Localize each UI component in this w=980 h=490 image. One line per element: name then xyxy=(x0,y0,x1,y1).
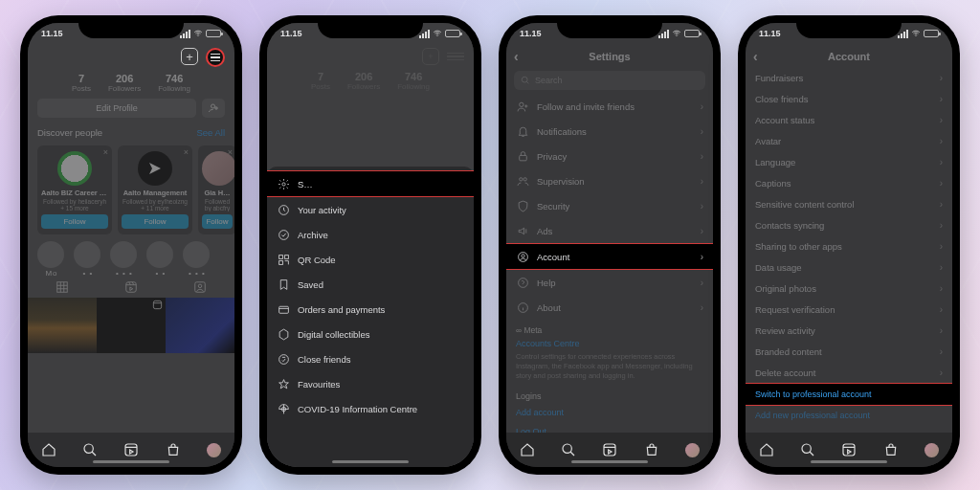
account-item[interactable]: Contacts syncing› xyxy=(746,214,952,235)
settings-item[interactable]: Ads› xyxy=(506,218,713,243)
account-item[interactable]: Account status› xyxy=(746,109,952,130)
highlight[interactable]: • • xyxy=(74,241,102,274)
chevron-right-icon: › xyxy=(701,252,703,262)
account-label: Captions xyxy=(755,178,791,189)
suggestion-card[interactable]: ×Aalto ManagementFollowed by ey!heoizng … xyxy=(118,145,192,234)
menu-item[interactable]: QR Code xyxy=(267,247,474,272)
account-item[interactable]: Original photos› xyxy=(746,278,952,299)
shop-icon[interactable] xyxy=(166,442,181,457)
account-item[interactable]: Sensitive content control› xyxy=(746,193,952,214)
discover-people-button[interactable] xyxy=(202,99,225,118)
settings-item[interactable]: Supervision› xyxy=(506,168,713,193)
reels-nav-icon[interactable] xyxy=(841,442,857,457)
reels-nav-icon[interactable] xyxy=(602,442,617,457)
account-item[interactable]: Request verification› xyxy=(746,299,952,320)
add-account-link[interactable]: Add account xyxy=(506,403,713,422)
close-icon[interactable]: × xyxy=(103,147,108,157)
suggestion-card[interactable]: ×Gia H…Followed by abcfry 14.7kFollow xyxy=(198,145,234,234)
search-icon[interactable] xyxy=(800,442,815,457)
accounts-centre-link[interactable]: Accounts Centre xyxy=(516,338,703,349)
menu-item[interactable]: Orders and payments xyxy=(267,297,474,322)
back-button[interactable]: ‹ xyxy=(753,49,758,64)
follow-button[interactable]: Follow xyxy=(202,214,233,229)
account-item[interactable]: Avatar› xyxy=(746,130,952,151)
menu-item[interactable]: Digital collectibles xyxy=(267,322,474,346)
settings-item[interactable]: Follow and invite friends› xyxy=(506,94,713,119)
home-icon[interactable] xyxy=(520,442,535,457)
highlight[interactable]: • • • xyxy=(183,241,212,274)
shop-icon[interactable] xyxy=(644,442,659,457)
account-item[interactable]: Data usage› xyxy=(746,256,952,278)
menu-item[interactable]: Your activity xyxy=(267,197,474,222)
shop-icon[interactable] xyxy=(883,442,899,457)
profile-nav-avatar[interactable] xyxy=(924,443,939,457)
chevron-right-icon: › xyxy=(940,94,943,104)
account-item[interactable]: Close friends› xyxy=(746,88,952,109)
follow-button[interactable]: Follow xyxy=(41,214,108,229)
account-item[interactable]: Sharing to other apps› xyxy=(746,235,952,256)
switch-professional-link[interactable]: Switch to professional account xyxy=(746,383,952,406)
svg-point-31 xyxy=(802,444,811,453)
settings-item[interactable]: About› xyxy=(506,295,713,320)
suggestion-card[interactable]: ×Aalto BIZ Career S…Followed by heiiacer… xyxy=(37,145,112,234)
close-icon[interactable]: × xyxy=(228,147,233,157)
home-icon[interactable] xyxy=(759,442,774,457)
menu-item-settings[interactable]: S… xyxy=(267,170,474,197)
hamburger-menu-button[interactable] xyxy=(206,48,225,67)
settings-item-account[interactable]: Account › xyxy=(506,243,713,270)
see-all-link[interactable]: See All xyxy=(196,127,225,138)
account-scroll[interactable]: Fundraisers›Close friends›Account status… xyxy=(746,67,952,433)
settings-item[interactable]: Help› xyxy=(506,270,713,295)
search-icon[interactable] xyxy=(82,442,98,457)
menu-item[interactable]: Favourites xyxy=(267,371,474,396)
home-icon[interactable] xyxy=(41,442,56,457)
highlight[interactable]: • • • xyxy=(110,241,139,274)
follow-button[interactable]: Follow xyxy=(122,214,189,229)
settings-item[interactable]: Notifications› xyxy=(506,119,713,144)
stat-followers[interactable]: 206Followers xyxy=(108,73,141,93)
profile-nav-avatar[interactable] xyxy=(685,443,700,457)
post-thumbnail[interactable] xyxy=(166,298,234,353)
settings-label: Privacy xyxy=(537,151,567,162)
settings-scroll[interactable]: Search Follow and invite friends›Notific… xyxy=(506,69,713,433)
reels-nav-icon[interactable] xyxy=(123,442,139,457)
post-thumbnail[interactable] xyxy=(97,298,166,353)
account-item[interactable]: Branded content› xyxy=(746,341,952,362)
account-item[interactable]: Language› xyxy=(746,151,952,172)
highlight[interactable]: Mo xyxy=(37,241,66,274)
menu-item[interactable]: Archive xyxy=(267,222,474,247)
menu-item[interactable]: Saved xyxy=(267,272,474,297)
add-professional-link[interactable]: Add new professional account xyxy=(746,406,952,425)
reels-tab[interactable] xyxy=(97,277,166,298)
menu-label: Your activity xyxy=(298,205,346,215)
highlight[interactable]: • • xyxy=(146,241,175,274)
settings-label: Account xyxy=(537,252,569,262)
post-thumbnail[interactable] xyxy=(28,298,97,353)
chevron-right-icon: › xyxy=(940,136,943,146)
back-button[interactable]: ‹ xyxy=(514,49,519,64)
stat-following[interactable]: 746Following xyxy=(158,73,190,93)
edit-profile-button[interactable]: Edit Profile xyxy=(37,99,196,118)
stat-posts[interactable]: 7Posts xyxy=(72,73,91,93)
menu-item[interactable]: COVID-19 Information Centre xyxy=(267,396,474,421)
story-highlights[interactable]: Mo • • • • • • • • • • xyxy=(28,238,234,277)
account-item[interactable]: Review activity› xyxy=(746,320,952,341)
create-post-button[interactable]: + xyxy=(181,48,198,65)
chevron-right-icon: › xyxy=(940,115,943,125)
settings-item[interactable]: Security› xyxy=(506,193,713,218)
tagged-tab[interactable] xyxy=(166,277,234,298)
close-icon[interactable]: × xyxy=(184,147,189,157)
settings-item[interactable]: Privacy› xyxy=(506,144,713,168)
profile-nav-avatar[interactable] xyxy=(207,443,221,457)
search-input[interactable]: Search xyxy=(514,71,705,90)
account-item[interactable]: Fundraisers› xyxy=(746,67,952,88)
suggestion-cards[interactable]: ×Aalto BIZ Career S…Followed by heiiacer… xyxy=(28,142,234,238)
menu-item[interactable]: Close friends xyxy=(267,346,474,371)
account-item[interactable]: Captions› xyxy=(746,172,952,193)
search-icon[interactable] xyxy=(561,442,576,457)
account-item[interactable]: Delete account› xyxy=(746,362,952,383)
settings-label: Ads xyxy=(537,226,552,236)
grid-tab[interactable] xyxy=(28,277,97,298)
account-label: Fundraisers xyxy=(755,73,803,83)
log-out-link[interactable]: Log Out xyxy=(506,422,713,433)
